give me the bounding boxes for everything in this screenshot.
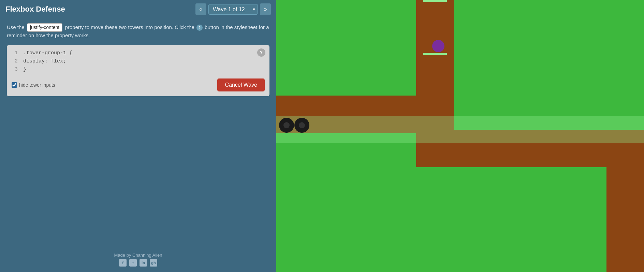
cancel-wave-button[interactable]: Cancel Wave <box>217 78 265 91</box>
instruction-suffix: property to move these two towers into p… <box>65 24 194 30</box>
top-nav: Flexbox Defense « Wave 1 of 12Wave 2 of … <box>0 0 276 18</box>
twitter-icon[interactable]: t <box>129 259 137 267</box>
property-badge: justify-content <box>27 23 62 32</box>
hide-towers-checkbox[interactable] <box>12 82 17 88</box>
hide-towers-label[interactable]: hide tower inputs <box>12 82 55 88</box>
footer-credit: Made by Channing Allen <box>7 253 269 258</box>
code-lines: 1 .tower-group-1 { 2 display: flex; 3 } <box>12 49 265 74</box>
github-icon[interactable]: gh <box>150 259 157 267</box>
code-editor-bottom: hide tower inputs Cancel Wave <box>12 78 265 91</box>
code-line-3: 3 } <box>12 66 265 74</box>
line-number-2: 2 <box>12 57 18 66</box>
line-content-3: } <box>23 66 26 74</box>
footer: Made by Channing Allen f t in gh <box>0 249 276 272</box>
wave-select[interactable]: Wave 1 of 12Wave 2 of 12Wave 3 of 12Wave… <box>208 4 258 15</box>
prev-wave-button[interactable]: « <box>195 3 206 15</box>
code-line-1: 1 .tower-group-1 { <box>12 49 265 57</box>
code-editor: ? 1 .tower-group-1 { 2 display: flex; 3 … <box>7 45 269 96</box>
line-content-2: display: flex; <box>23 57 66 66</box>
help-button[interactable]: ? <box>257 48 265 57</box>
app-title: Flexbox Defense <box>5 5 65 14</box>
svg-point-11 <box>283 122 290 128</box>
hide-towers-text: hide tower inputs <box>19 82 55 88</box>
linkedin-icon[interactable]: in <box>140 259 147 267</box>
svg-rect-5 <box>606 130 644 272</box>
instruction-text: Use the justify-content property to move… <box>0 18 276 43</box>
left-panel: Flexbox Defense « Wave 1 of 12Wave 2 of … <box>0 0 276 272</box>
footer-social: f t in gh <box>7 259 269 267</box>
svg-rect-6 <box>276 116 644 143</box>
line-number-1: 1 <box>12 49 18 57</box>
wave-controls: « Wave 1 of 12Wave 2 of 12Wave 3 of 12Wa… <box>195 3 271 15</box>
svg-point-9 <box>432 40 444 52</box>
line-number-3: 3 <box>12 66 18 74</box>
next-wave-button[interactable]: » <box>260 3 271 15</box>
line-content-1: .tower-group-1 { <box>23 49 72 57</box>
game-panel: Points: 0 🔊 <box>276 0 644 272</box>
wave-dropdown-wrapper: Wave 1 of 12Wave 2 of 12Wave 3 of 12Wave… <box>208 4 258 15</box>
svg-rect-8 <box>423 53 447 55</box>
facebook-icon[interactable]: f <box>119 259 127 267</box>
instruction-prefix: Use the <box>7 24 25 30</box>
help-icon-inline[interactable]: ? <box>196 25 203 31</box>
game-canvas <box>276 0 644 272</box>
code-line-2: 2 display: flex; <box>12 57 265 66</box>
svg-point-13 <box>299 122 305 128</box>
svg-rect-7 <box>423 0 447 2</box>
